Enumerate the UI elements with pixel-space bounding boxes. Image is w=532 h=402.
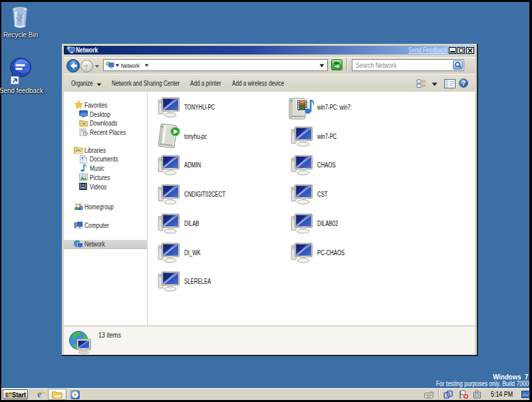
svg-text:e: e	[37, 389, 42, 399]
